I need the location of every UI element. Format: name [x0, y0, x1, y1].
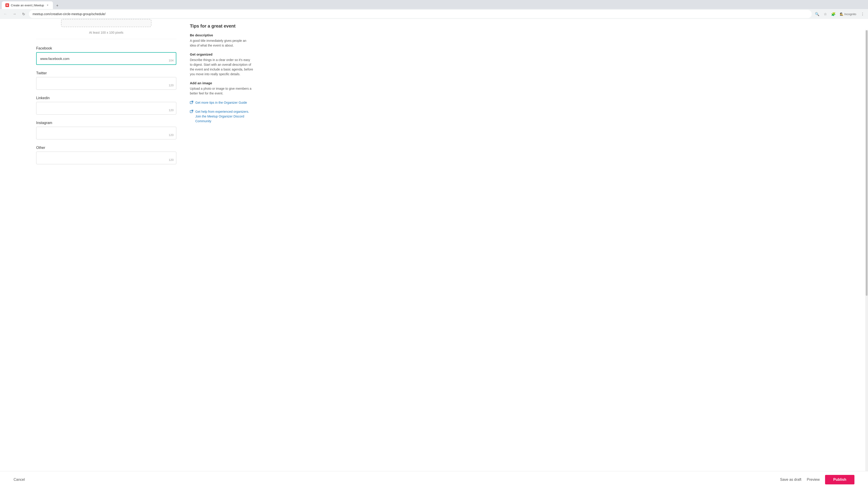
other-field-group: Other 120 — [36, 146, 176, 164]
browser-tab[interactable]: M Create an event | Meetup × — [2, 1, 53, 9]
incognito-badge: 🕵 Incognito — [838, 11, 858, 17]
tip-heading-organized: Get organized — [190, 53, 253, 56]
tip-heading-image: Add an image — [190, 81, 253, 85]
tip-heading-descriptive: Be descriptive — [190, 33, 253, 37]
twitter-char-count: 120 — [168, 84, 174, 87]
linkedin-field-group: Linkedin 120 — [36, 96, 176, 115]
twitter-field-group: Twitter 120 — [36, 71, 176, 90]
instagram-char-count: 120 — [168, 133, 174, 137]
tab-close-button[interactable]: × — [46, 3, 49, 7]
new-tab-button[interactable]: + — [54, 2, 61, 9]
tips-title: Tips for a great event — [190, 24, 253, 29]
menu-button[interactable]: ⋮ — [859, 10, 866, 18]
tab-title: Create an event | Meetup — [11, 4, 44, 7]
twitter-input[interactable] — [36, 77, 176, 90]
linkedin-input-wrapper: 120 — [36, 102, 176, 115]
scrollbar[interactable] — [865, 30, 868, 472]
facebook-input-wrapper: 104 — [36, 52, 176, 65]
bottom-action-bar: Cancel Save as draft Preview Publish — [0, 471, 868, 477]
back-button[interactable]: ← — [2, 10, 9, 18]
reload-button[interactable]: ↻ — [20, 10, 27, 18]
forward-button[interactable]: → — [11, 10, 18, 18]
instagram-input[interactable] — [36, 127, 176, 139]
other-char-count: 120 — [168, 158, 174, 162]
tip-section-image: Add an image Upload a photo or image to … — [190, 81, 253, 96]
tab-favicon: M — [5, 3, 9, 7]
facebook-input[interactable] — [36, 52, 176, 65]
other-input[interactable] — [36, 152, 176, 164]
image-hint-text: At least 100 x 100 pixels — [36, 29, 176, 39]
discord-community-link[interactable]: Get help from experienced organizers. Jo… — [190, 109, 253, 124]
twitter-label: Twitter — [36, 71, 176, 75]
upload-button[interactable] — [61, 19, 151, 27]
address-bar-row: ← → ↻ 🔍 ☆ 🧩 🕵 Incognito ⋮ — [0, 9, 868, 19]
tip-text-organized: Describe things in a clear order so it's… — [190, 58, 253, 76]
other-label: Other — [36, 146, 176, 150]
save-draft-button[interactable]: Save as draft — [780, 475, 801, 477]
extensions-button[interactable]: 🧩 — [830, 10, 837, 18]
address-input[interactable] — [29, 10, 812, 18]
cancel-button[interactable]: Cancel — [13, 475, 25, 477]
right-actions: Save as draft Preview Publish — [780, 475, 855, 477]
facebook-char-count: 104 — [168, 59, 174, 62]
tip-text-descriptive: A good title immediately gives people an… — [190, 38, 253, 48]
tip-text-image: Upload a photo or image to give members … — [190, 86, 253, 96]
other-input-wrapper: 120 — [36, 152, 176, 164]
facebook-field-group: Facebook 104 — [36, 46, 176, 65]
scrollbar-thumb — [866, 30, 868, 296]
linkedin-label: Linkedin — [36, 96, 176, 100]
organizer-guide-link-text: Get more tips in the Organizer Guide — [195, 100, 247, 105]
main-section: At least 100 x 100 pixels Facebook 104 T… — [0, 19, 185, 477]
tip-section-organized: Get organized Describe things in a clear… — [190, 53, 253, 76]
tips-sidebar: Tips for a great event Be descriptive A … — [185, 19, 262, 477]
organizer-guide-link[interactable]: Get more tips in the Organizer Guide — [190, 100, 253, 106]
instagram-field-group: Instagram 120 — [36, 121, 176, 139]
external-link-icon-2 — [190, 110, 193, 115]
instagram-label: Instagram — [36, 121, 176, 125]
twitter-input-wrapper: 120 — [36, 77, 176, 90]
preview-button[interactable]: Preview — [807, 475, 819, 477]
image-upload-area — [36, 19, 176, 27]
linkedin-input[interactable] — [36, 102, 176, 115]
external-link-icon-1 — [190, 101, 193, 106]
linkedin-char-count: 120 — [168, 108, 174, 112]
facebook-label: Facebook — [36, 46, 176, 51]
search-icon-button[interactable]: 🔍 — [813, 10, 821, 18]
page-content: At least 100 x 100 pixels Facebook 104 T… — [0, 19, 868, 477]
tip-section-descriptive: Be descriptive A good title immediately … — [190, 33, 253, 48]
discord-community-link-text: Get help from experienced organizers. Jo… — [195, 109, 253, 124]
instagram-input-wrapper: 120 — [36, 127, 176, 139]
publish-button[interactable]: Publish — [825, 475, 855, 477]
bookmark-button[interactable]: ☆ — [822, 10, 829, 18]
